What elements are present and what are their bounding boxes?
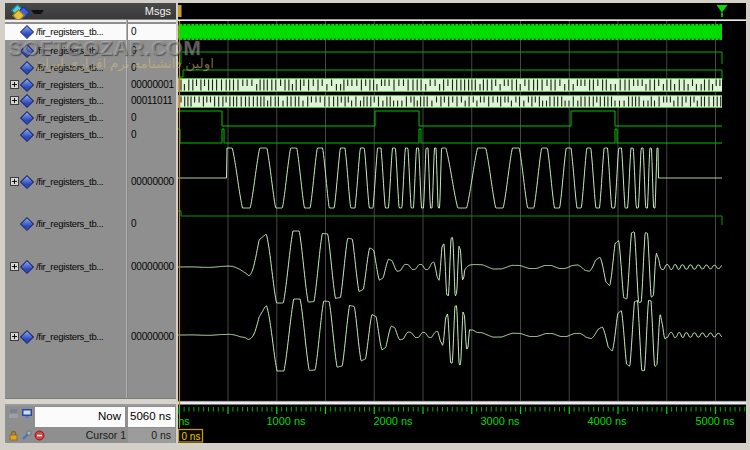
signal-diamond-icon <box>20 25 34 39</box>
signal-diamond-icon <box>20 78 34 92</box>
now-label-cell: Now <box>35 407 125 427</box>
signal-name[interactable]: /fir_registers_tb... <box>36 26 125 37</box>
header-separator <box>5 19 176 22</box>
signal-row[interactable]: /fir_registers_tb...0 <box>5 127 176 143</box>
wave-group-icon[interactable] <box>11 5 37 18</box>
signal-row[interactable]: /fir_registers_tb...00000000 <box>5 329 176 345</box>
signal-diamond-icon <box>20 94 34 108</box>
timeline-label: 2000 ns <box>373 415 413 427</box>
signal-diamond-icon <box>20 217 34 231</box>
msgs-column-header: Msgs <box>145 5 171 17</box>
signal-row[interactable]: /fir_registers_tb...00000000 <box>5 174 176 190</box>
signal-row[interactable]: /fir_registers_tb...00000001 <box>5 77 176 93</box>
separator-line <box>178 402 746 404</box>
column-divider[interactable] <box>126 20 128 428</box>
cursor-label: Cursor 1 <box>86 429 126 441</box>
expand-plus-icon[interactable] <box>10 177 19 186</box>
signal-row[interactable]: /fir_registers_tb...0 <box>5 60 176 76</box>
remove-red-icon[interactable] <box>34 430 45 441</box>
signal-value: 00000001 <box>131 79 175 90</box>
signal-name[interactable]: /fir_registers_tb... <box>36 45 125 56</box>
cursor-track[interactable] <box>178 428 746 443</box>
signal-name[interactable]: /fir_registers_tb... <box>36 79 125 90</box>
separator-line <box>178 19 746 20</box>
signal-value: 0 <box>131 112 175 123</box>
cursor-row-icons <box>8 430 45 441</box>
signal-panel: Msgs /fir_registers_tb...0/fir_registers… <box>5 3 176 443</box>
timeline-label: 5000 ns <box>695 415 735 427</box>
signal-value: 00000000 <box>131 331 175 342</box>
signal-row[interactable]: /fir_registers_tb...00011011 <box>5 93 176 109</box>
lock-icon[interactable] <box>8 430 19 441</box>
timeline-label: 1000 ns <box>266 415 306 427</box>
cursor-flag-icon[interactable] <box>178 5 182 17</box>
signal-value: 0 <box>131 129 175 140</box>
signal-value: 0 <box>131 62 175 73</box>
signal-name[interactable]: /fir_registers_tb... <box>36 261 125 272</box>
signal-name[interactable]: /fir_registers_tb... <box>36 62 125 73</box>
signal-row[interactable]: /fir_registers_tb...0 <box>5 24 176 40</box>
signal-diamond-icon <box>20 330 34 344</box>
cursor-row[interactable]: Cursor 1 0 ns <box>5 428 176 443</box>
signal-value: 0 <box>131 45 175 56</box>
signal-value: 00000000 <box>131 176 175 187</box>
horizontal-sash[interactable] <box>5 398 176 406</box>
clock-waveform[interactable] <box>178 24 722 40</box>
signal-row[interactable]: /fir_registers_tb...0 <box>5 216 176 232</box>
signal-name[interactable]: /fir_registers_tb... <box>36 112 125 123</box>
signal-value: 0 <box>131 26 175 37</box>
cursor-time-readout: 0 ns <box>182 431 201 442</box>
expand-plus-icon[interactable] <box>10 80 19 89</box>
signal-diamond-icon <box>20 128 34 142</box>
panel-header: Msgs <box>5 3 176 20</box>
now-label: Now <box>98 410 121 422</box>
timeline-label: 4000 ns <box>587 415 627 427</box>
signal-name[interactable]: /fir_registers_tb... <box>36 129 125 140</box>
signal-name[interactable]: /fir_registers_tb... <box>36 176 125 187</box>
signal-value: 00011011 <box>131 95 175 106</box>
now-value: 5060 ns <box>130 410 171 422</box>
timeline-label: 3000 ns <box>480 415 520 427</box>
monitor-icon[interactable] <box>21 408 33 419</box>
signal-diamond-icon <box>20 175 34 189</box>
modelsim-wave-window: Msgs /fir_registers_tb...0/fir_registers… <box>0 0 750 450</box>
cursor-value-cell: 0 ns <box>128 428 175 443</box>
signal-name[interactable]: /fir_registers_tb... <box>36 95 125 106</box>
waveform-canvas[interactable]: ns1000 ns2000 ns3000 ns4000 ns5000 ns0 n… <box>178 3 748 443</box>
signal-value: 0 <box>131 218 175 229</box>
signal-diamond-icon <box>20 260 34 274</box>
signal-value: 00000000 <box>131 261 175 272</box>
wave-pane[interactable]: ns1000 ns2000 ns3000 ns4000 ns5000 ns0 n… <box>176 3 748 443</box>
wrench-icon[interactable] <box>21 430 32 441</box>
cursor-value: 0 ns <box>151 429 171 441</box>
expand-plus-icon[interactable] <box>10 96 19 105</box>
signal-row[interactable]: /fir_registers_tb...0 <box>5 43 176 59</box>
now-value-cell: 5060 ns <box>128 407 175 427</box>
separator-line <box>178 404 746 405</box>
signal-row[interactable]: /fir_registers_tb...0 <box>5 110 176 126</box>
bus-waveform[interactable] <box>178 95 722 108</box>
stamp-icon[interactable] <box>8 408 19 419</box>
separator-line <box>178 401 746 402</box>
now-marker-stem <box>721 13 723 18</box>
now-row: Now 5060 ns <box>5 406 176 428</box>
signal-row[interactable]: /fir_registers_tb...00000000 <box>5 259 176 275</box>
expand-plus-icon[interactable] <box>10 262 19 271</box>
signal-diamond-icon <box>20 61 34 75</box>
signal-name[interactable]: /fir_registers_tb... <box>36 218 125 229</box>
signal-diamond-icon <box>20 111 34 125</box>
expand-plus-icon[interactable] <box>10 332 19 341</box>
cursor-flag-strip <box>178 3 746 19</box>
timeline-label: ns <box>178 415 190 427</box>
signal-name[interactable]: /fir_registers_tb... <box>36 331 125 342</box>
signal-diamond-icon <box>20 44 34 58</box>
